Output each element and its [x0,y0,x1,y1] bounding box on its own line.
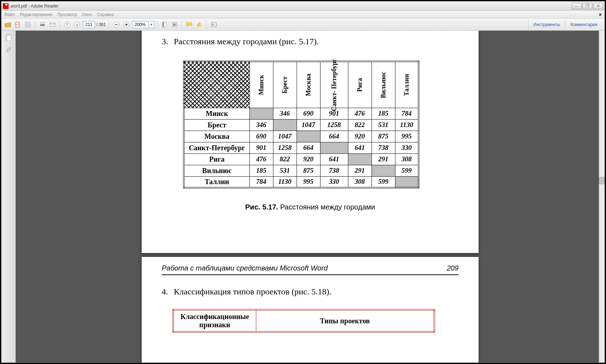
zoom-value[interactable]: 200% [132,21,148,28]
close-button[interactable]: ✕ [593,3,603,9]
side-rail [1,31,16,363]
menu-view[interactable]: Просмотр [57,12,77,17]
table-cell [297,131,320,142]
table-cell: 1130 [273,176,297,188]
row-header: Минск [184,108,249,119]
comment-button[interactable] [185,20,193,29]
table-cell [395,176,419,188]
bookmark-button[interactable] [160,20,169,29]
thumbnails-icon[interactable] [5,34,12,41]
page: Работа с таблицами средствами Microsoft … [142,257,479,363]
highlight-button[interactable] [195,20,203,29]
table-cell: 291 [348,165,372,176]
page-input[interactable] [83,21,95,28]
page-number: 209 [447,264,459,272]
table-cell: 784 [395,108,419,119]
figure-caption: Рис. 5.17. Расстояния между городами [142,203,479,211]
table-cell: 476 [249,153,273,165]
row-header: Рига [184,153,249,165]
col-header: Санкт- Петербург [320,61,348,108]
row-header: Вильнюс [184,165,249,176]
table-cell: 690 [297,108,320,119]
cls-header-1: Классификационные признаки [173,310,256,332]
next-page-button[interactable] [73,20,81,29]
list-item-4: 4.Классификация типов проектов (рис. 5.1… [162,287,331,297]
table-cell: 1047 [297,119,320,131]
doc-close-button[interactable]: × [599,12,602,17]
table-cell: 822 [273,153,297,165]
table-cell: 185 [372,108,395,119]
table-cell: 330 [395,142,419,153]
table-cell: 920 [297,153,320,165]
table-cell: 995 [395,131,419,142]
row-header: Брест [184,119,249,131]
menu-help[interactable]: Справка [97,12,114,17]
scrollbar-track[interactable] [599,31,605,363]
table-cell: 599 [395,165,419,176]
table-cell: 185 [249,165,273,176]
table-cell: 531 [372,119,395,131]
table-cell: 1047 [273,131,297,142]
zoom-in-button[interactable] [122,20,131,29]
col-header: Брест [273,61,297,108]
prev-page-button[interactable] [63,20,71,29]
page-total: / 381 [96,22,106,27]
cls-header-2: Типы проектов [256,310,434,332]
table-cell: 664 [297,142,320,153]
table-corner [184,61,249,108]
classification-table: Классификационные признаки Типы проектов [172,309,435,333]
table-cell: 308 [348,176,372,188]
row-header: Санкт-Петербург [184,142,249,153]
table-cell: 291 [372,153,395,165]
table-cell: 822 [348,119,372,131]
table-cell: 920 [348,131,372,142]
fit-page-button[interactable] [170,20,179,29]
email-button[interactable] [48,20,57,29]
table-cell: 901 [249,142,273,153]
table-cell: 346 [249,119,273,131]
menu-window[interactable]: Окно [82,12,92,17]
svg-rect-12 [173,24,176,26]
col-header: Москва [297,61,320,108]
read-mode-button[interactable] [209,20,218,29]
table-cell: 1130 [395,119,419,131]
menu-bar: Файл Редактирование Просмотр Окно Справк… [1,11,605,19]
table-cell: 476 [348,108,372,119]
col-header: Рига [348,61,372,108]
toolbar: / 381 200% ▼ Инструменты Комментарии [1,19,605,31]
table-cell: 599 [372,176,395,188]
zoom-out-button[interactable] [112,20,121,29]
export-pdf-button[interactable] [14,20,22,29]
attachments-icon[interactable] [5,46,12,54]
menu-edit[interactable]: Редактирование [20,12,52,17]
table-cell [372,165,395,176]
table-cell [320,142,348,153]
table-cell: 641 [320,153,348,165]
save-button[interactable] [24,20,32,29]
row-header: Москва [184,131,249,142]
comments-panel-button[interactable]: Комментарии [565,20,602,30]
svg-rect-1 [25,22,30,27]
table-cell: 531 [273,165,297,176]
tools-panel-button[interactable]: Инструменты [528,20,565,30]
table-cell: 664 [320,131,348,142]
running-header: Работа с таблицами средствами Microsoft … [162,264,459,275]
svg-rect-0 [16,22,19,27]
document-viewer[interactable]: 3.Расстояния между городами (рис. 5.17).… [16,31,605,363]
table-cell: 690 [249,131,273,142]
zoom-dropdown[interactable]: ▼ [149,21,154,28]
row-header: Таллин [184,176,249,188]
menu-file[interactable]: Файл [4,12,15,17]
print-button[interactable] [38,20,47,29]
table-cell: 1258 [273,142,297,153]
table-cell: 875 [297,165,320,176]
maximize-button[interactable]: ❐ [582,3,592,9]
scrollbar-thumb[interactable] [599,177,605,184]
col-header: Минск [249,61,273,108]
minimize-button[interactable]: — [572,3,582,9]
col-header: Вильнюс [372,61,395,108]
open-button[interactable] [4,20,12,29]
table-cell [348,153,372,165]
table-cell [249,108,273,119]
svg-rect-3 [41,22,44,24]
